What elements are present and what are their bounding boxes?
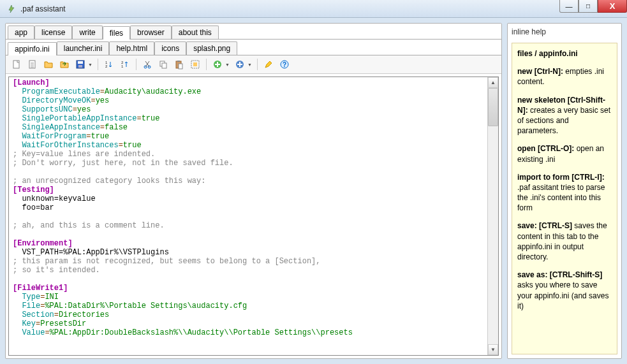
subtab-icons[interactable]: icons xyxy=(154,41,186,55)
cut-button[interactable] xyxy=(140,57,154,71)
help-item: import to form [CTRL-I]: .paf assitant t… xyxy=(517,172,612,214)
svg-rect-4 xyxy=(78,65,82,68)
subtab-launcher-ini[interactable]: launcher.ini xyxy=(57,41,110,55)
help-item: save: [CTRL-S] saves the content in this… xyxy=(517,221,612,262)
add-section-button[interactable] xyxy=(233,57,247,71)
save-button[interactable] xyxy=(73,57,87,71)
tab-browser[interactable]: browser xyxy=(130,25,172,39)
toolbar-separator xyxy=(98,59,98,70)
maximize-button[interactable]: □ xyxy=(579,0,598,13)
vertical-scrollbar[interactable]: ▲ ▼ xyxy=(487,77,498,355)
svg-rect-14 xyxy=(177,61,180,62)
window-controls: — □ X xyxy=(559,0,627,13)
tab-about-this[interactable]: about this xyxy=(172,25,219,39)
svg-text:1: 1 xyxy=(121,64,124,68)
help-item: open [CTRL-O]: open an existing .ini xyxy=(517,143,612,164)
tab-license[interactable]: license xyxy=(34,25,72,39)
dropdown-arrow-icon[interactable]: ▼ xyxy=(225,62,230,67)
app-icon xyxy=(6,4,17,14)
subtab-splash-png[interactable]: splash.png xyxy=(186,41,237,55)
help-title: files / appinfo.ini xyxy=(517,48,612,59)
svg-rect-0 xyxy=(13,61,19,68)
highlight-button[interactable] xyxy=(262,57,276,71)
svg-text:?: ? xyxy=(283,61,286,68)
scroll-down-button[interactable]: ▼ xyxy=(488,344,498,355)
svg-rect-12 xyxy=(162,63,166,68)
dropdown-arrow-icon[interactable]: ▼ xyxy=(88,62,92,67)
subtab-help-html[interactable]: help.html xyxy=(109,41,154,55)
svg-rect-17 xyxy=(193,62,197,66)
add-button[interactable] xyxy=(210,57,225,71)
sort-desc-button[interactable]: 21 xyxy=(118,57,132,71)
scroll-up-button[interactable]: ▲ xyxy=(488,77,498,88)
paste-button[interactable] xyxy=(172,57,186,71)
scroll-thumb[interactable] xyxy=(488,88,498,126)
help-item: new [Ctrl-N]: empties .ini content. xyxy=(517,66,612,87)
window-title: .paf assistant xyxy=(20,4,66,13)
svg-rect-3 xyxy=(78,61,83,64)
tabs-secondary: appinfo.inilauncher.inihelp.htmliconsspl… xyxy=(6,40,501,55)
open-button[interactable] xyxy=(41,57,55,71)
help-item: new skeleton [Ctrl-Shift-N]: creates a v… xyxy=(517,95,612,136)
toolbar: ▼1221▼▼? xyxy=(6,55,501,74)
new-skeleton-button[interactable] xyxy=(26,57,40,71)
minimize-button[interactable]: — xyxy=(559,0,579,13)
side-panel: inline help files / appinfo.ini new [Ctr… xyxy=(507,23,622,359)
sort-asc-button[interactable]: 12 xyxy=(102,57,116,71)
select-all-button[interactable] xyxy=(188,57,202,71)
subtab-appinfo-ini[interactable]: appinfo.ini xyxy=(8,42,57,55)
dropdown-arrow-icon[interactable]: ▼ xyxy=(247,62,252,67)
import-button[interactable] xyxy=(57,57,71,71)
tabs-primary: applicensewritefilesbrowserabout this xyxy=(6,24,501,40)
code-editor[interactable]: [Launch] ProgramExecutable=Audacity\auda… xyxy=(9,77,487,355)
help-item: save as: [CTRL-Shift-S] asks you where t… xyxy=(517,270,612,311)
toolbar-separator xyxy=(136,59,136,70)
tab-write[interactable]: write xyxy=(72,25,102,39)
tab-app[interactable]: app xyxy=(8,25,34,39)
side-header: inline help xyxy=(512,27,617,36)
help-button[interactable]: ? xyxy=(277,57,291,71)
svg-rect-15 xyxy=(179,64,182,69)
titlebar[interactable]: .paf assistant — □ X xyxy=(0,0,627,18)
new-file-button[interactable] xyxy=(10,57,24,71)
editor-container: [Launch] ProgramExecutable=Audacity\auda… xyxy=(8,76,499,356)
toolbar-separator xyxy=(257,59,258,70)
close-button[interactable]: X xyxy=(598,0,627,13)
main-panel: applicensewritefilesbrowserabout this ap… xyxy=(5,23,502,359)
copy-button[interactable] xyxy=(156,57,170,71)
toolbar-separator xyxy=(206,59,207,70)
help-box: files / appinfo.ini new [Ctrl-N]: emptie… xyxy=(512,43,617,354)
svg-text:2: 2 xyxy=(105,64,108,68)
tab-files[interactable]: files xyxy=(103,26,130,40)
